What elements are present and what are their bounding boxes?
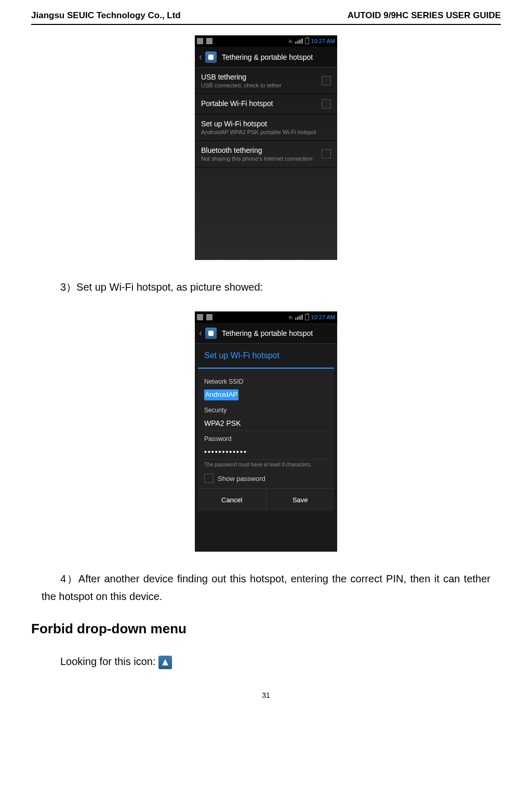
status-time: 10:27 AM [311,38,335,44]
status-bar: ⚹ 10:27 AM [195,311,337,323]
title-bar[interactable]: ‹ Tethering & portable hotspot [195,47,337,68]
setting-subtitle: AndroidAP WPA2 PSK portable Wi-Fi hotspo… [201,129,331,135]
screen-title: Tethering & portable hotspot [222,53,313,61]
cancel-button[interactable]: Cancel [198,489,267,511]
back-icon: ‹ [199,51,202,62]
back-icon: ‹ [199,328,202,338]
checkbox[interactable] [322,99,331,109]
dialog-title: Set up Wi-Fi hotspot [198,344,334,369]
signal-icon [295,315,303,320]
setting-bluetooth-tethering[interactable]: Bluetooth tethering Not sharing this pho… [195,141,337,167]
setting-usb-tethering[interactable]: USB tethering USB connected, check to te… [195,68,337,94]
setting-subtitle: Not sharing this phone's Internet connec… [201,155,322,162]
title-bar[interactable]: ‹ Tethering & portable hotspot [195,323,337,344]
notification-icon [197,38,203,44]
password-input[interactable]: •••••••••••• [204,445,328,460]
password-label: Password [204,435,328,442]
show-password-checkbox[interactable] [204,474,214,483]
looking-for-icon-text: Looking for this icon: [42,653,490,670]
settings-app-icon [205,51,217,63]
step-3-text: 3）Set up Wi-Fi hotspot, as picture showe… [42,278,490,296]
screen-title: Tethering & portable hotspot [222,329,313,337]
battery-icon [305,314,309,320]
screenshot-wifi-hotspot-dialog: ⚹ 10:27 AM ‹ Tethering & portable hotspo… [195,311,337,552]
notification-icon [206,314,212,320]
battery-icon [305,38,309,44]
setting-title: USB tethering [201,73,322,81]
section-heading-forbid-dropdown: Forbid drop-down menu [31,621,501,637]
notification-icon [206,38,212,44]
forbid-dropdown-app-icon [158,656,172,669]
setting-subtitle: USB connected, check to tether [201,82,322,88]
password-hint: The password must have at least 8 charac… [204,462,328,467]
wifi-hotspot-dialog: Set up Wi-Fi hotspot Network SSID Androi… [198,344,334,511]
security-label: Security [204,407,328,414]
settings-app-icon [205,328,217,339]
notification-icon [197,314,203,320]
screenshot-tethering-settings: ⚹ 10:27 AM ‹ Tethering & portable hotspo… [195,35,337,260]
page-header: Jiangsu SEUIC Technology Co., Ltd AUTOID… [31,10,501,25]
show-password-row[interactable]: Show password [204,474,328,483]
header-left: Jiangsu SEUIC Technology Co., Ltd [31,10,181,21]
signal-icon [295,38,303,44]
page-number: 31 [31,691,501,699]
status-time: 10:27 AM [311,314,335,320]
settings-list: USB tethering USB connected, check to te… [195,68,337,260]
save-button[interactable]: Save [267,489,335,511]
setting-portable-wifi-hotspot[interactable]: Portable Wi-Fi hotspot [195,94,337,114]
show-password-label: Show password [218,475,265,483]
setting-title: Bluetooth tethering [201,146,322,154]
setting-setup-wifi-hotspot[interactable]: Set up Wi-Fi hotspot AndroidAP WPA2 PSK … [195,114,337,141]
step-4-text: 4）After another device finding out this … [42,570,490,605]
ssid-label: Network SSID [204,378,328,385]
security-select[interactable]: WPA2 PSK [204,416,328,431]
setting-title: Set up Wi-Fi hotspot [201,120,331,128]
bluetooth-icon: ⚹ [288,37,293,45]
header-right: AUTOID 9/9HC SERIES USER GUIDE [348,10,501,21]
ssid-input[interactable]: AndroidAP [204,389,238,400]
status-bar: ⚹ 10:27 AM [195,35,337,47]
checkbox[interactable] [322,76,331,85]
setting-title: Portable Wi-Fi hotspot [201,99,322,108]
dialog-buttons: Cancel Save [198,488,334,511]
checkbox[interactable] [322,149,331,159]
bluetooth-icon: ⚹ [288,314,293,321]
dialog-overlay: Set up Wi-Fi hotspot Network SSID Androi… [195,344,337,552]
